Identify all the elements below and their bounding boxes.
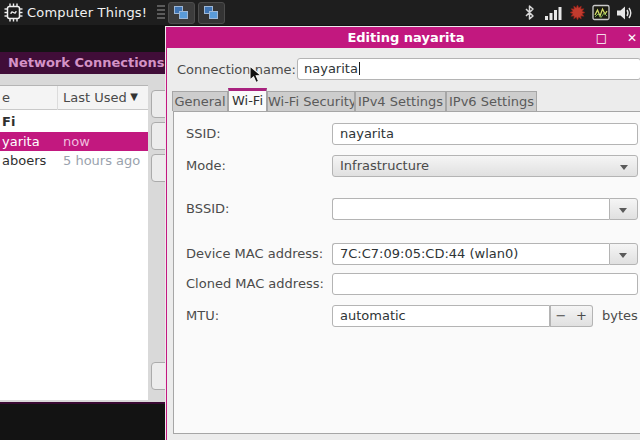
- app-menu-chip-icon[interactable]: [2, 2, 24, 24]
- tab-ipv6-settings[interactable]: IPv6 Settings: [446, 91, 537, 111]
- taskbar-window-button-1[interactable]: [168, 2, 195, 24]
- dialog-title: Editing nayarita: [347, 30, 464, 45]
- device-mac-input[interactable]: 7C:C7:09:05:CD:44 (wlan0): [332, 243, 609, 265]
- mode-label: Mode:: [186, 155, 226, 177]
- sort-descending-icon[interactable]: ▼: [130, 91, 138, 102]
- ssid-input[interactable]: nayarita: [332, 123, 638, 145]
- ssid-label: SSID:: [186, 123, 221, 145]
- tab-ipv4-settings[interactable]: IPv4 Settings: [355, 91, 446, 111]
- mtu-bytes-label: bytes: [602, 305, 638, 327]
- connections-buttons-strip: [148, 85, 167, 400]
- desktop: Computer Things!: [0, 0, 640, 440]
- connection-name-label: Connection name:: [177, 62, 296, 77]
- column-divider: [57, 86, 58, 110]
- list-group-row-wifi: Fi: [0, 112, 148, 131]
- cloned-mac-label: Cloned MAC address:: [186, 273, 324, 295]
- network-connections-titlebar[interactable]: Network Connections: [0, 52, 167, 74]
- top-panel: Computer Things!: [0, 0, 640, 25]
- list-header-row: e Last Used ▼: [0, 86, 148, 110]
- device-mac-dropdown-button[interactable]: [609, 243, 638, 265]
- cloned-mac-input[interactable]: [332, 273, 638, 295]
- wifi-tab-panel: SSID: nayarita Mode: Infrastructure BSSI…: [173, 111, 640, 434]
- tab-general[interactable]: General: [172, 91, 228, 111]
- panel-app-title[interactable]: Computer Things!: [27, 5, 147, 20]
- window-stack-icon: [204, 6, 219, 20]
- dialog-titlebar[interactable]: Editing nayarita: [167, 28, 640, 48]
- window-stack-icon: [174, 6, 189, 20]
- tab-wifi-security[interactable]: Wi-Fi Security: [267, 91, 355, 111]
- network-connections-title: Network Connections: [8, 55, 165, 70]
- chevron-down-icon: [620, 165, 628, 170]
- maximize-button[interactable]: □: [596, 28, 607, 48]
- chevron-down-icon: [619, 208, 627, 213]
- bluetooth-icon[interactable]: [520, 4, 538, 22]
- column-header-name[interactable]: e: [2, 90, 10, 105]
- list-item-aboers[interactable]: aboers 5 hours ago: [0, 151, 148, 170]
- network-connections-window: Network Connections e Last Used ▼ Fi yar…: [0, 52, 167, 404]
- tasklist-grip[interactable]: [157, 5, 165, 20]
- mtu-increment-button[interactable]: +: [571, 305, 593, 327]
- edit-connection-dialog: Editing nayarita □ ✕ Connection name: na…: [166, 27, 640, 440]
- device-mac-label: Device MAC address:: [186, 243, 323, 265]
- bssid-input[interactable]: [332, 198, 609, 220]
- bssid-dropdown-button[interactable]: [609, 198, 638, 220]
- list-item-nayarita[interactable]: yarita now: [0, 132, 148, 151]
- close-button[interactable]: ✕: [627, 28, 637, 48]
- connections-list: e Last Used ▼ Fi yarita now aboers 5 hou…: [0, 85, 148, 400]
- alert-burst-icon[interactable]: [568, 4, 586, 22]
- signal-bars-icon[interactable]: [544, 4, 562, 22]
- chevron-down-icon: [619, 253, 627, 258]
- mtu-input[interactable]: automatic: [332, 305, 550, 327]
- column-header-last-used[interactable]: Last Used: [63, 90, 127, 105]
- connection-name-input[interactable]: nayarita: [297, 58, 640, 80]
- mtu-label: MTU:: [186, 305, 219, 327]
- system-tray: [520, 4, 640, 22]
- text-caret: [359, 62, 360, 75]
- tab-wifi[interactable]: Wi-Fi: [228, 88, 267, 111]
- mode-dropdown[interactable]: Infrastructure: [332, 155, 638, 177]
- volume-icon[interactable]: [616, 4, 634, 22]
- system-monitor-icon[interactable]: [592, 4, 610, 22]
- taskbar-window-button-2[interactable]: [198, 2, 225, 24]
- bssid-label: BSSID:: [186, 198, 229, 220]
- mtu-decrement-button[interactable]: −: [550, 305, 572, 327]
